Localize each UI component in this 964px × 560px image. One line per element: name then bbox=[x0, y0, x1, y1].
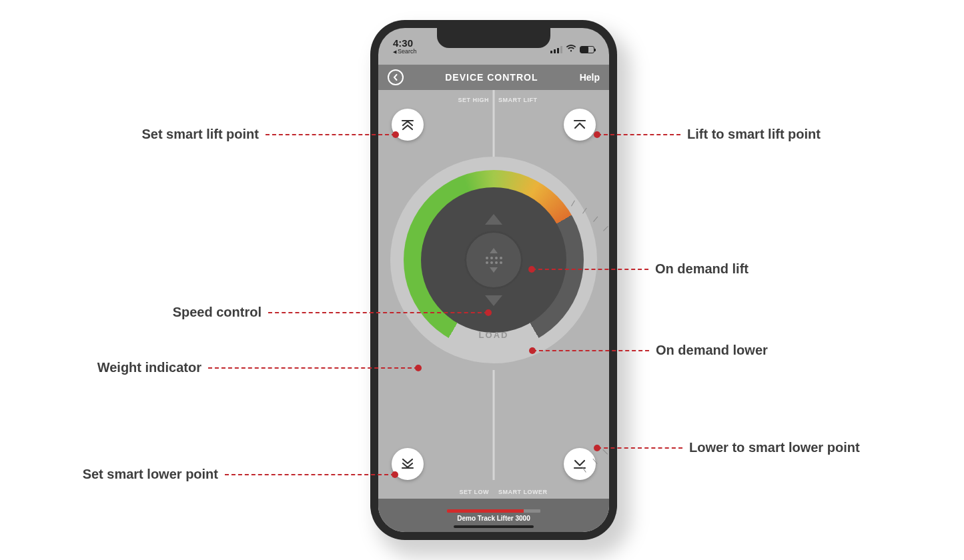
callout-on-demand-lift: On demand lift bbox=[532, 261, 772, 277]
wifi-icon bbox=[566, 45, 576, 55]
speed-knob[interactable] bbox=[464, 231, 523, 289]
callout-line bbox=[532, 350, 649, 351]
status-time: 4:30 bbox=[393, 38, 413, 48]
callout-lower-to-point: Lower to smart lower point bbox=[597, 440, 904, 455]
callout-set-lower-point: Set smart lower point bbox=[51, 467, 395, 482]
grip-icon bbox=[486, 257, 502, 264]
control-dial: LOAD bbox=[390, 157, 597, 363]
callout-line bbox=[208, 367, 418, 369]
callout-line bbox=[225, 474, 395, 475]
help-button[interactable]: Help bbox=[580, 72, 600, 83]
callout-text: Lift to smart lift point bbox=[687, 127, 821, 142]
callout-on-demand-lower: On demand lower bbox=[532, 343, 793, 358]
nav-title: DEVICE CONTROL bbox=[445, 72, 538, 83]
progress-bar bbox=[447, 509, 540, 513]
callout-line bbox=[597, 134, 680, 135]
callout-text: On demand lift bbox=[655, 261, 749, 277]
smart-lift-label: SMART LIFT bbox=[498, 97, 538, 103]
smart-lift-button[interactable] bbox=[564, 109, 596, 141]
smart-lower-label: SMART LOWER bbox=[498, 489, 548, 495]
set-low-icon bbox=[400, 457, 415, 471]
phone-frame: 4:30 Search DEVICE CONTROL Help bbox=[370, 20, 617, 540]
smart-lower-icon bbox=[572, 457, 587, 471]
callout-text: Speed control bbox=[173, 305, 262, 320]
nav-bar: DEVICE CONTROL Help bbox=[378, 65, 609, 90]
divider-top bbox=[493, 90, 495, 159]
callout-line bbox=[597, 447, 682, 449]
callout-text: Weight indicator bbox=[97, 360, 201, 375]
divider-bottom bbox=[493, 370, 495, 480]
set-high-icon bbox=[400, 117, 415, 132]
callout-line bbox=[532, 269, 648, 270]
callout-text: Set smart lift point bbox=[141, 127, 259, 142]
callout-speed-control: Speed control bbox=[155, 305, 488, 320]
battery-icon bbox=[580, 46, 594, 53]
phone-screen: 4:30 Search DEVICE CONTROL Help bbox=[378, 28, 609, 532]
back-button[interactable] bbox=[388, 69, 404, 85]
signal-icon bbox=[550, 46, 562, 53]
set-low-label: SET LOW bbox=[460, 489, 490, 495]
speed-down-icon bbox=[490, 267, 498, 273]
callout-line bbox=[266, 134, 396, 135]
diagram-canvas: 4:30 Search DEVICE CONTROL Help bbox=[0, 0, 964, 560]
home-indicator bbox=[454, 525, 534, 528]
speed-up-icon bbox=[490, 248, 498, 253]
callout-line bbox=[268, 312, 488, 313]
callout-text: On demand lower bbox=[656, 343, 768, 358]
load-label: LOAD bbox=[479, 330, 509, 340]
phone-notch bbox=[437, 28, 550, 48]
status-back-label[interactable]: Search bbox=[393, 49, 417, 55]
callout-lift-to-point: Lift to smart lift point bbox=[597, 127, 864, 142]
callout-text: Lower to smart lower point bbox=[689, 440, 860, 455]
smart-lift-icon bbox=[572, 117, 587, 132]
callout-weight-indicator: Weight indicator bbox=[71, 360, 418, 375]
smart-lower-button[interactable] bbox=[564, 448, 596, 480]
callout-text: Set smart lower point bbox=[83, 467, 218, 482]
device-name: Demo Track Lifter 3000 bbox=[457, 515, 530, 522]
set-high-label: SET HIGH bbox=[458, 97, 489, 103]
callout-set-lift-point: Set smart lift point bbox=[109, 127, 396, 142]
